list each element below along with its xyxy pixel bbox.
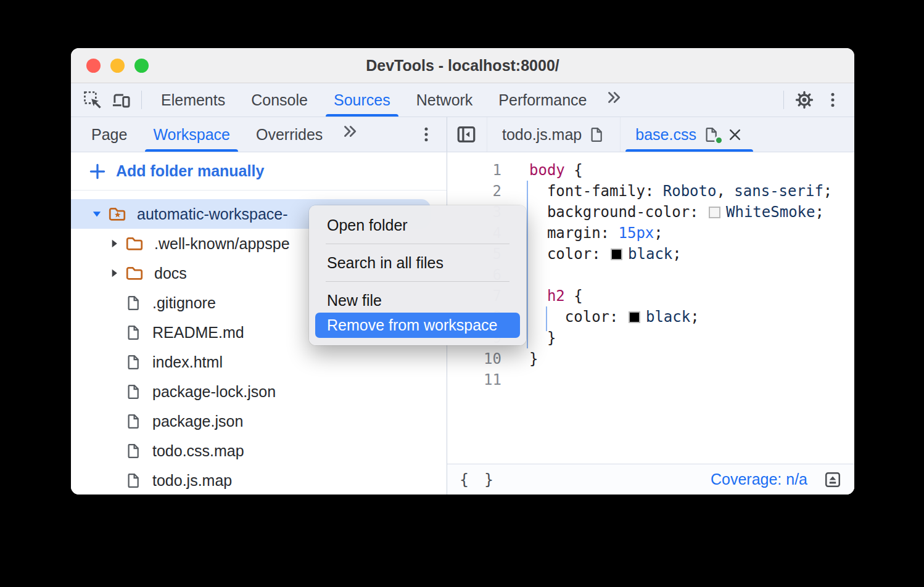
line-number: 1 — [447, 160, 506, 181]
toolbar-divider — [141, 91, 142, 109]
line-number: 2 — [447, 181, 506, 202]
tab-network[interactable]: Network — [403, 83, 486, 117]
tab-label: Performance — [498, 91, 587, 109]
pretty-print-button[interactable]: { } — [460, 470, 497, 488]
editor-tab-todo-js-map[interactable]: todo.js.map — [487, 117, 620, 152]
code-line: font-family: Roboto, sans-serif; — [529, 181, 853, 202]
sub-toolbar: PageWorkspaceOverrides todo.js.mapbase.c… — [71, 117, 854, 152]
document-icon — [125, 472, 142, 489]
tree-item-todo-js-map[interactable]: todo.js.map — [71, 466, 447, 495]
folder-icon — [125, 234, 144, 253]
tab-label: Elements — [161, 91, 225, 109]
menu-item-new-file[interactable]: New file — [315, 288, 520, 313]
menu-item-remove-from-workspace[interactable]: Remove from workspace — [315, 313, 520, 338]
settings-gear-icon[interactable] — [794, 90, 814, 110]
active-tab-underline — [326, 114, 398, 117]
close-window-button[interactable] — [86, 59, 101, 73]
file-icon — [125, 384, 142, 400]
document-icon — [125, 295, 142, 311]
traffic-lights — [86, 59, 149, 73]
kebab-menu-icon[interactable] — [823, 91, 842, 109]
document-icon — [125, 324, 142, 341]
menu-item-search-in-all-files[interactable]: Search in all files — [315, 250, 520, 275]
tree-item-package-lock-json[interactable]: package-lock.json — [71, 377, 447, 406]
panel-left-toggle-icon[interactable] — [456, 124, 477, 145]
tree-item-todo-css-map[interactable]: todo.css.map — [71, 436, 447, 466]
editor-tab-base-css[interactable]: base.css — [620, 117, 758, 152]
kebab-menu-icon[interactable] — [417, 125, 435, 144]
close-tab-button[interactable] — [727, 126, 743, 143]
active-tab-underline — [145, 149, 238, 152]
coverage-link[interactable]: Coverage: n/a — [711, 470, 807, 488]
menu-item-open-folder[interactable]: Open folder — [315, 213, 520, 237]
tree-item-label: package.json — [152, 413, 243, 430]
more-panel-tabs-button[interactable] — [336, 117, 364, 146]
expand-arrow-icon[interactable] — [104, 266, 124, 280]
minimize-window-button[interactable] — [110, 59, 125, 73]
tree-item-index-html[interactable]: index.html — [71, 347, 447, 377]
close-icon[interactable] — [727, 126, 743, 143]
editor-tab-strip: todo.js.mapbase.css — [447, 117, 854, 152]
panel-tab-label: Overrides — [256, 126, 323, 144]
tab-console[interactable]: Console — [238, 83, 321, 117]
panel-tab-workspace[interactable]: Workspace — [140, 117, 243, 152]
code-line: h2 { — [529, 285, 853, 306]
tree-item-label: docs — [154, 265, 187, 282]
code-line — [529, 369, 853, 390]
modified-dot — [714, 136, 724, 145]
menu-separator — [326, 244, 509, 244]
panel-tab-label: Workspace — [153, 126, 230, 144]
triangle-right-icon — [107, 266, 121, 280]
workspace-folder-icon — [108, 205, 126, 223]
double-chevron-icon[interactable] — [604, 88, 623, 107]
editor-status-bar: { } Coverage: n/a — [447, 464, 854, 495]
navigator-menu-button[interactable] — [412, 120, 440, 149]
open-drawer-button[interactable] — [823, 470, 842, 489]
tab-performance[interactable]: Performance — [485, 83, 600, 117]
zoom-window-button[interactable] — [134, 59, 149, 73]
code-line: margin: 15px; — [529, 223, 853, 244]
main-toolbar: ElementsConsoleSourcesNetworkPerformance — [71, 83, 854, 117]
settings-gear-icon-button[interactable] — [790, 86, 819, 114]
triangle-right-icon — [107, 237, 121, 250]
tree-item-package-json[interactable]: package.json — [71, 406, 447, 436]
double-chevron-icon[interactable] — [340, 122, 359, 141]
panel-tab-page[interactable]: Page — [78, 117, 140, 152]
file-icon — [125, 324, 142, 341]
code-line: color: black; — [529, 306, 853, 327]
tab-elements[interactable]: Elements — [148, 83, 238, 117]
tree-item-label: index.html — [152, 353, 223, 371]
device-toolbar-icon[interactable] — [111, 90, 131, 110]
panel-tab-overrides[interactable]: Overrides — [243, 117, 336, 152]
code-line: } — [529, 327, 853, 348]
tree-item-label: automatic-workspace- — [137, 205, 288, 223]
code-content: body { font-family: Roboto, sans-serif; … — [529, 160, 853, 390]
menu-item-label: Search in all files — [327, 254, 443, 272]
inspect-icon[interactable] — [83, 90, 102, 110]
expand-arrow-icon[interactable] — [87, 207, 107, 221]
devtools-window: DevTools - localhost:8000/ ElementsConso… — [71, 48, 854, 495]
tab-sources[interactable]: Sources — [321, 83, 403, 117]
inspect-icon-button[interactable] — [78, 86, 107, 114]
add-folder-button[interactable]: Add folder manually — [71, 152, 447, 191]
add-folder-label: Add folder manually — [116, 162, 264, 180]
panel-tab-label: Page — [91, 126, 127, 144]
document-icon — [125, 443, 142, 459]
eject-icon[interactable] — [823, 470, 842, 489]
code-line: background-color: WhiteSmoke; — [529, 202, 853, 223]
document-icon — [588, 126, 605, 143]
tab-label: Network — [416, 91, 473, 109]
tree-item-label: .well-known/appspe — [154, 235, 290, 253]
context-menu: Open folderSearch in all filesNew fileRe… — [309, 205, 526, 345]
color-swatch — [629, 311, 640, 323]
more-tabs-button[interactable] — [600, 83, 628, 112]
code-line: color: black; — [529, 244, 853, 265]
file-icon — [125, 354, 142, 371]
kebab-menu-icon-button[interactable] — [819, 86, 847, 114]
plus-icon — [88, 162, 107, 181]
code-line: } — [529, 348, 853, 369]
tree-item-label: todo.js.map — [152, 472, 232, 490]
expand-arrow-icon[interactable] — [104, 237, 124, 250]
device-toolbar-icon-button[interactable] — [107, 86, 135, 114]
toggle-navigator-button[interactable] — [452, 120, 481, 149]
